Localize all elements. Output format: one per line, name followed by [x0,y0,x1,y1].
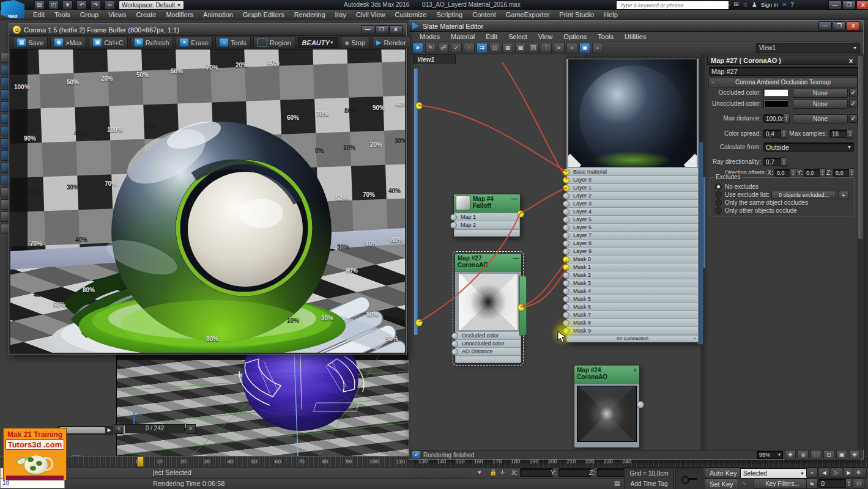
zoom-in-icon[interactable]: ⊕ [798,450,809,460]
highlight-assets-icon[interactable]: ▣ [579,43,590,53]
offset-y-spinner[interactable]: ▴▾ [819,168,826,178]
scroll-right-icon[interactable]: ▶ [106,427,113,434]
ao27-slot[interactable]: Occluded color [456,332,521,339]
menu-item[interactable]: Animation [198,11,238,18]
material-slot[interactable]: Mask 6 [567,303,698,311]
options-icon[interactable]: ⋗ [554,43,565,53]
material-slot[interactable]: Layer 8 [567,240,698,247]
corona-ao-node-27[interactable]: Map #27 CoronaAO — Occluded colorUnocclu… [454,253,522,364]
save-file-icon[interactable]: ▼ [62,1,73,10]
new-file-icon[interactable]: ▤ [34,1,45,10]
falloff-output-socket[interactable] [517,210,524,218]
max-samples-spinner[interactable]: ▴▾ [847,129,853,139]
menu-item[interactable]: Content [467,11,501,18]
videocolor-check-icon[interactable]: 回 [528,43,539,53]
material-slot[interactable]: Mask 8 [567,319,698,326]
mr-connection-row[interactable]: mr Connection+ [567,336,698,342]
zoom-extents-icon[interactable]: ⊡ [823,450,834,460]
render-pass-dropdown[interactable]: BEAUTY ▼ [298,37,338,48]
x-coordinate-field[interactable] [520,468,553,477]
material-slot[interactable]: Layer 5 [567,216,698,223]
collapse-icon[interactable]: — [511,196,517,202]
material-slot[interactable]: Base material [567,168,698,175]
slate-menu-item[interactable]: Modes [414,33,445,40]
ao27-node-header[interactable]: Map #27 CoronaAO — [455,254,521,272]
vfb-tools-button[interactable]: ☼Tools [215,37,251,48]
node-view[interactable]: View1 Base materialLayer 0Layer 1Layer 2… [410,54,705,450]
checker-background-icon[interactable]: ▩ [515,43,526,53]
play-icon[interactable]: ▷ [831,468,842,478]
view-dropdown[interactable]: View1 ▼ [756,43,860,53]
vfb-erase-button[interactable]: ×Erase [176,37,213,48]
put-to-library-icon[interactable]: ✓ [451,43,462,53]
key-filters-button[interactable]: Key Filters... [754,479,811,489]
slate-minimize-button[interactable]: — [818,21,832,31]
workspace-dropdown[interactable]: Workspace: Default ▼ [119,1,184,10]
search-input[interactable] [619,2,726,9]
vfb-minimize-button[interactable]: — [361,25,374,34]
radio-icon[interactable] [715,207,722,214]
max-distance-spinner[interactable]: ▴▾ [783,114,790,123]
perspective-viewport[interactable]: z x [116,353,410,457]
communication-icon[interactable]: ✉ [734,1,739,9]
vfb-titlebar[interactable]: ☺ Corona 1.5 (hotfix 2) Frame Buffer (80… [9,24,406,36]
menu-item[interactable]: Graph Editors [238,11,289,18]
material-slot[interactable]: Mask 7 [567,311,698,318]
slate-menu-item[interactable]: View [533,33,558,40]
vfb-region-button[interactable]: Region [253,37,295,48]
frame-spinner[interactable]: ▴▾ [845,479,852,488]
material-slot[interactable]: Mask 1 [567,263,698,271]
menu-item[interactable]: Customize [390,11,431,18]
curve-icon[interactable]: ∿ [741,479,746,488]
calculate-from-dropdown[interactable]: Outside ▼ [763,142,854,152]
material-slot[interactable]: Layer 9 [567,248,698,255]
collapse-icon[interactable]: — [513,255,519,262]
falloff-node-header[interactable]: Map #4 Falloff — [454,194,520,213]
unoccluded-checkbox[interactable]: ✓ [849,100,858,108]
material-slot[interactable]: Layer 7 [567,232,698,239]
menu-item[interactable]: Iray [330,11,351,18]
other-objects-option[interactable]: Only other objects occlude [715,207,797,214]
select-by-material-icon[interactable]: ⌗ [566,43,577,53]
ray-directionality-spinner[interactable]: ▴▾ [781,157,787,167]
selection-set-dropdown[interactable]: Selected ▼ [740,468,807,479]
menu-item[interactable]: Scripting [431,11,467,18]
minimize-button[interactable]: — [828,1,842,10]
next-frame-button[interactable]: > [186,424,196,434]
ao27-output-socket[interactable] [517,304,525,311]
add-exclude-button[interactable]: + [839,191,848,199]
slate-close-button[interactable]: X [847,21,860,31]
vfb-close-button[interactable]: X [389,25,402,34]
max-distance-checkbox[interactable]: ✓ [849,114,858,123]
slate-menu-item[interactable]: Tools [592,33,619,40]
ao24-node-header[interactable]: Map #24 CoronaAO + [574,366,639,384]
edge-socket-bottom[interactable] [415,319,423,326]
prev-key-icon[interactable]: ◀ [818,468,830,478]
assign-material-icon[interactable]: ☍ [438,43,449,53]
material-slot[interactable]: Layer 0 [567,176,698,183]
search-box[interactable] [616,1,729,10]
menu-item[interactable]: Help [599,11,623,18]
pan-hand-icon[interactable]: ✥ [785,450,796,460]
vfb-save-button[interactable]: ▦Save [13,37,48,48]
menu-item[interactable]: Tools [50,11,75,18]
edge-socket-top[interactable] [415,102,423,109]
y-coordinate-field[interactable] [558,468,592,477]
slate-menu-item[interactable]: Utilities [619,33,651,40]
layered-material-node[interactable]: Base materialLayer 0Layer 1Layer 2Layer … [566,56,699,343]
material-slot[interactable]: Layer 1 [567,184,698,191]
close-icon[interactable]: x [849,57,853,64]
user-icon[interactable]: ♟ [752,1,757,9]
maximize-button[interactable]: ❐ [842,1,856,10]
offset-x-spinner[interactable]: ▴▾ [790,168,796,178]
rollout-header[interactable]: - Corona Ambient Occlusion Texmap [708,78,858,87]
menu-item[interactable]: Civil View [351,11,390,18]
menu-item[interactable]: Group [75,11,104,18]
ao24-output-socket[interactable] [637,401,644,408]
expand-icon[interactable]: + [633,367,637,373]
material-slot[interactable]: Mask 5 [567,295,698,303]
hide-unused-slots-icon[interactable]: ◫ [489,43,500,53]
radio-icon[interactable] [715,199,722,206]
color-spread-spinner[interactable]: ▴▾ [781,129,787,139]
slate-menu-item[interactable]: Edit [480,33,503,40]
